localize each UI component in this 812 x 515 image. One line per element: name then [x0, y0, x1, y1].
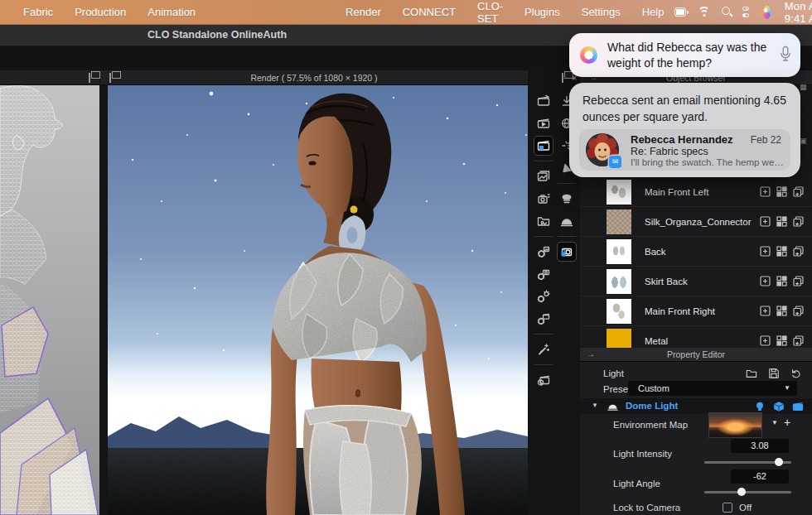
garment-3d-panel	[0, 70, 99, 515]
image-properties-icon[interactable]	[534, 243, 553, 261]
panel-dock-icon[interactable]: →	[587, 349, 595, 359]
magic-wand-icon[interactable]	[534, 340, 553, 359]
collapse-caret-icon[interactable]: ▼	[592, 402, 598, 409]
property-editor-panel: Property Editor → Light Preset Custom ▼ …	[580, 348, 812, 515]
bulb-toggle-icon[interactable]	[754, 401, 766, 412]
battery-icon[interactable]	[674, 7, 686, 17]
render-popout-icon[interactable]	[105, 73, 115, 83]
light-section-label: Light	[603, 368, 624, 378]
menu-clo-set[interactable]: CLO-SET	[477, 0, 503, 25]
object-row-main-front-left[interactable]: Main Front Left	[580, 177, 812, 207]
environment-map-thumbnail[interactable]	[708, 412, 762, 438]
fabric-thumbnail[interactable]	[607, 269, 631, 294]
light-properties-icon[interactable]	[534, 287, 553, 306]
image-stack-icon[interactable]	[534, 167, 553, 185]
fabric-thumbnail[interactable]	[607, 209, 631, 234]
snapshot-icon[interactable]	[534, 190, 553, 208]
email-result-card[interactable]: ✉ Rebecca Hernandez Feb 22 Re: Fabric sp…	[579, 129, 790, 171]
menu-bar: Fabric Production Animation Render CONNE…	[0, 0, 812, 25]
env-map-add-icon[interactable]: +	[784, 416, 790, 429]
pattern-icon[interactable]	[776, 186, 787, 197]
add-icon[interactable]	[760, 246, 771, 257]
save-preset-icon[interactable]	[768, 368, 780, 379]
siri-icon[interactable]	[763, 6, 771, 19]
render-image-icon[interactable]	[534, 137, 553, 155]
menu-production[interactable]: Production	[75, 6, 126, 18]
email-subject: Re: Fabric specs	[631, 146, 708, 157]
add-icon[interactable]	[760, 306, 771, 316]
play-animation-icon[interactable]	[534, 114, 553, 132]
render-window-title: Render ( 57.5% of 1080 × 1920 )	[250, 73, 377, 83]
property-editor-title: Property Editor	[667, 349, 725, 359]
clone-icon[interactable]	[793, 246, 804, 257]
render-restore-icon[interactable]	[558, 73, 568, 83]
wireframe-viewport[interactable]	[0, 85, 99, 515]
assistant-question-bubble[interactable]: What did Rebecca say was the weight of t…	[569, 33, 800, 77]
film-toggle-icon[interactable]	[792, 401, 804, 412]
render-viewport[interactable]	[108, 85, 528, 515]
add-icon[interactable]	[760, 276, 771, 286]
fabric-thumbnail[interactable]	[607, 299, 631, 324]
slider-knob[interactable]	[737, 488, 746, 496]
pattern-icon[interactable]	[776, 216, 787, 227]
add-icon[interactable]	[760, 335, 771, 346]
object-row-silk-organza-connector[interactable]: Silk_Organza_Connector	[580, 207, 812, 237]
reset-undo-icon[interactable]	[790, 368, 802, 379]
preset-label: Preset	[603, 384, 631, 394]
dome-light-icon[interactable]	[558, 212, 576, 230]
camera-lock-icon[interactable]	[558, 243, 576, 261]
fabric-thumbnail[interactable]	[607, 180, 631, 205]
object-row-back[interactable]: Back	[580, 237, 812, 267]
image-folder-icon[interactable]	[534, 212, 553, 230]
microphone-icon[interactable]	[780, 46, 791, 65]
video-properties-icon[interactable]	[534, 310, 553, 328]
clone-icon[interactable]	[793, 335, 804, 346]
clone-icon[interactable]	[793, 276, 804, 286]
wifi-icon[interactable]	[700, 7, 708, 17]
object-row-main-front-right[interactable]: Main Front Right	[580, 296, 812, 326]
object-row-skirt-back[interactable]: Skirt Back	[580, 267, 812, 296]
email-preview: I'll bring the swatch. The hemp weighs…	[631, 157, 784, 167]
add-icon[interactable]	[760, 186, 771, 197]
pattern-icon[interactable]	[776, 246, 787, 257]
lock-to-camera-checkbox[interactable]	[723, 503, 732, 513]
render-video-icon[interactable]	[534, 92, 553, 110]
menu-render[interactable]: Render	[346, 6, 381, 18]
fabric-thumbnail[interactable]	[607, 239, 631, 264]
menu-clock[interactable]: Mon Apr 1 9:41 AM	[785, 0, 812, 25]
render-history-icon[interactable]	[534, 371, 553, 389]
light-angle-slider[interactable]	[704, 488, 791, 496]
metal-swatch-thumbnail[interactable]	[607, 329, 631, 348]
pattern-icon[interactable]	[776, 306, 787, 316]
assistant-question-text: What did Rebecca say was the weight of t…	[607, 40, 771, 71]
menu-connect[interactable]: CONNECT	[403, 6, 456, 18]
menu-help[interactable]: Help	[642, 6, 665, 18]
add-icon[interactable]	[760, 216, 771, 227]
menu-settings[interactable]: Settings	[582, 6, 621, 18]
pattern-icon[interactable]	[776, 276, 787, 286]
clone-icon[interactable]	[793, 216, 804, 227]
search-icon[interactable]	[722, 7, 727, 17]
object-browser-list: Main Front Left Silk_Organza_Connector	[580, 177, 812, 348]
menu-fabric[interactable]: Fabric	[23, 6, 53, 18]
clone-icon[interactable]	[793, 306, 804, 316]
camera-properties-icon[interactable]	[534, 265, 553, 283]
open-preset-folder-icon[interactable]	[746, 368, 757, 379]
control-center-icon[interactable]	[742, 6, 749, 18]
panel-popout-icon[interactable]	[85, 73, 94, 83]
pattern-icon[interactable]	[776, 335, 787, 346]
slider-knob[interactable]	[775, 458, 783, 466]
env-map-caret-icon[interactable]: ▼	[771, 419, 778, 426]
object-row-metal[interactable]: Metal	[580, 326, 812, 348]
dome-light-row[interactable]: ▼ Dome Light	[580, 398, 812, 414]
softbox-light-icon[interactable]	[558, 190, 576, 208]
light-intensity-field[interactable]: 3.08	[731, 439, 789, 453]
clone-icon[interactable]	[793, 186, 804, 197]
menu-plugins[interactable]: Plugins	[524, 6, 560, 18]
preset-dropdown[interactable]: Custom ▼	[628, 381, 797, 396]
render-title-bar: Render ( 57.5% of 1080 × 1920 )	[100, 70, 528, 85]
light-angle-field[interactable]: -62	[731, 469, 789, 484]
object-toggle-icon[interactable]	[773, 401, 785, 412]
menu-animation[interactable]: Animation	[147, 6, 196, 18]
light-intensity-slider[interactable]	[704, 458, 791, 466]
